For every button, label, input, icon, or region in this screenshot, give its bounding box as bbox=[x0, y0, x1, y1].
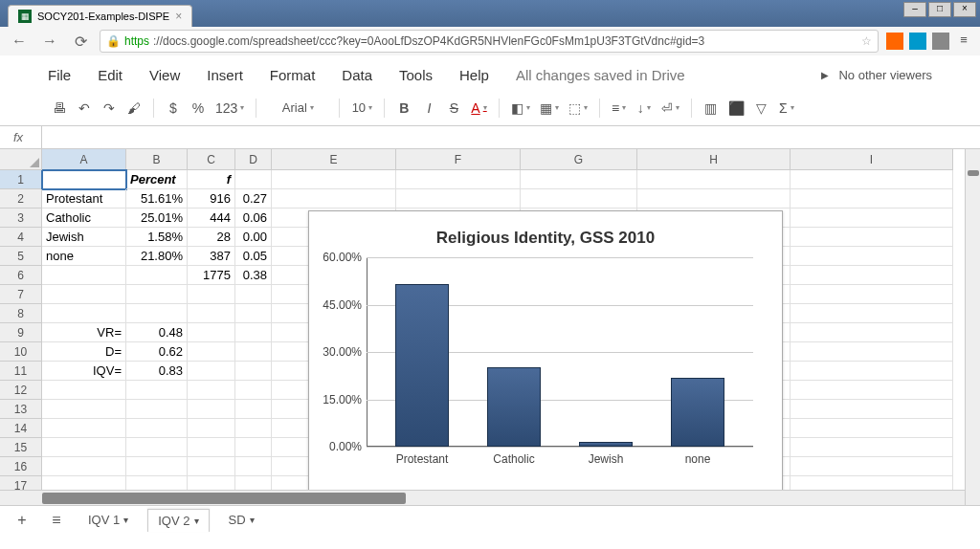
row-header-15[interactable]: 15 bbox=[0, 438, 42, 457]
cell-E1[interactable] bbox=[272, 170, 396, 189]
cell-C7[interactable] bbox=[188, 285, 235, 304]
cell-A12[interactable] bbox=[42, 381, 126, 400]
paint-format-button[interactable]: 🖌 bbox=[122, 97, 145, 120]
reload-button[interactable]: ⟳ bbox=[69, 30, 92, 53]
cell-C14[interactable] bbox=[188, 419, 235, 438]
cell-H2[interactable] bbox=[637, 189, 791, 209]
cell-G2[interactable] bbox=[521, 189, 637, 209]
cell-D12[interactable] bbox=[235, 381, 272, 400]
percent-button[interactable]: % bbox=[187, 97, 210, 120]
close-tab-icon[interactable]: × bbox=[175, 10, 182, 23]
cell-I5[interactable] bbox=[791, 247, 953, 266]
menu-edit[interactable]: Edit bbox=[98, 67, 122, 83]
cell-C16[interactable] bbox=[188, 457, 235, 476]
cell-A1[interactable] bbox=[42, 170, 126, 189]
cell-D1[interactable] bbox=[235, 170, 272, 189]
cell-I7[interactable] bbox=[791, 285, 953, 304]
cell-I12[interactable] bbox=[791, 381, 953, 400]
fill-color-button[interactable]: ◧ bbox=[507, 97, 534, 120]
cell-D15[interactable] bbox=[235, 438, 272, 457]
cell-I10[interactable] bbox=[791, 342, 953, 362]
cell-A8[interactable] bbox=[42, 304, 126, 323]
cell-C3[interactable]: 444 bbox=[188, 209, 235, 228]
menu-view[interactable]: View bbox=[149, 67, 180, 83]
wrap-button[interactable]: ⏎ bbox=[657, 97, 683, 120]
cell-D14[interactable] bbox=[235, 419, 272, 438]
cell-G1[interactable] bbox=[521, 170, 637, 189]
row-header-13[interactable]: 13 bbox=[0, 400, 42, 419]
bookmark-star-icon[interactable]: ☆ bbox=[861, 34, 872, 48]
cell-I16[interactable] bbox=[791, 457, 953, 476]
back-button[interactable]: ← bbox=[8, 30, 31, 53]
cell-D13[interactable] bbox=[235, 400, 272, 419]
cell-B14[interactable] bbox=[126, 419, 188, 438]
row-header-3[interactable]: 3 bbox=[0, 209, 42, 228]
cell-B12[interactable] bbox=[126, 381, 188, 400]
cell-B15[interactable] bbox=[126, 438, 188, 457]
cell-C4[interactable]: 28 bbox=[188, 228, 235, 247]
maximize-button[interactable]: □ bbox=[928, 2, 951, 17]
col-header-G[interactable]: G bbox=[521, 149, 637, 170]
print-button[interactable]: 🖶 bbox=[48, 97, 71, 120]
cell-A11[interactable]: IQV= bbox=[42, 362, 126, 381]
cell-A5[interactable]: none bbox=[42, 247, 126, 266]
cell-C8[interactable] bbox=[188, 304, 235, 323]
cell-D6[interactable]: 0.38 bbox=[235, 266, 272, 285]
col-header-A[interactable]: A bbox=[42, 149, 126, 170]
row-header-12[interactable]: 12 bbox=[0, 381, 42, 400]
h-align-button[interactable]: ≡ bbox=[608, 97, 631, 120]
url-input[interactable]: 🔒 https://docs.google.com/spreadsheet/cc… bbox=[100, 30, 879, 53]
cell-A16[interactable] bbox=[42, 457, 126, 476]
text-color-button[interactable]: A bbox=[467, 97, 490, 120]
col-header-B[interactable]: B bbox=[126, 149, 188, 170]
sheet-tab-iqv2[interactable]: IQV 2 ▾ bbox=[147, 509, 209, 532]
menu-help[interactable]: Help bbox=[459, 67, 489, 83]
menu-tools[interactable]: Tools bbox=[399, 67, 433, 83]
row-header-6[interactable]: 6 bbox=[0, 266, 42, 285]
strike-button[interactable]: S bbox=[442, 97, 465, 120]
row-header-16[interactable]: 16 bbox=[0, 457, 42, 476]
col-header-E[interactable]: E bbox=[272, 149, 396, 170]
cell-B11[interactable]: 0.83 bbox=[126, 362, 188, 381]
cell-A9[interactable]: VR= bbox=[42, 323, 126, 342]
vertical-scrollbar[interactable] bbox=[965, 149, 980, 505]
cell-D16[interactable] bbox=[235, 457, 272, 476]
redo-button[interactable]: ↷ bbox=[98, 97, 121, 120]
cell-A15[interactable] bbox=[42, 438, 126, 457]
menu-insert[interactable]: Insert bbox=[207, 67, 243, 83]
cell-F1[interactable] bbox=[396, 170, 521, 189]
font-select[interactable]: Arial bbox=[264, 97, 331, 120]
cell-B8[interactable] bbox=[126, 304, 188, 323]
cell-C11[interactable] bbox=[188, 362, 235, 381]
cell-I2[interactable] bbox=[791, 189, 953, 209]
cell-I4[interactable] bbox=[791, 228, 953, 247]
cell-I13[interactable] bbox=[791, 400, 953, 419]
row-header-7[interactable]: 7 bbox=[0, 285, 42, 304]
borders-button[interactable]: ▦ bbox=[536, 97, 563, 120]
cell-I1[interactable] bbox=[791, 170, 953, 189]
menu-format[interactable]: Format bbox=[270, 67, 316, 83]
embedded-chart[interactable]: Religious Identity, GSS 2010 0.00%15.00%… bbox=[308, 210, 783, 499]
cell-D3[interactable]: 0.06 bbox=[235, 209, 272, 228]
filter-button[interactable]: ▽ bbox=[750, 97, 773, 120]
cell-C5[interactable]: 387 bbox=[188, 247, 235, 266]
cell-B9[interactable]: 0.48 bbox=[126, 323, 188, 342]
currency-button[interactable]: $ bbox=[162, 97, 185, 120]
sheet-tab-iqv1[interactable]: IQV 1 ▾ bbox=[78, 509, 138, 531]
cell-B7[interactable] bbox=[126, 285, 188, 304]
font-size-select[interactable]: 10 bbox=[347, 97, 376, 120]
row-header-2[interactable]: 2 bbox=[0, 189, 42, 209]
cell-A7[interactable] bbox=[42, 285, 126, 304]
forward-button[interactable]: → bbox=[38, 30, 61, 53]
v-scroll-thumb[interactable] bbox=[968, 170, 979, 176]
cell-C9[interactable] bbox=[188, 323, 235, 342]
cell-D2[interactable]: 0.27 bbox=[235, 189, 272, 209]
cell-H1[interactable] bbox=[637, 170, 791, 189]
cell-C2[interactable]: 916 bbox=[188, 189, 235, 209]
menu-data[interactable]: Data bbox=[342, 67, 372, 83]
cell-A6[interactable] bbox=[42, 266, 126, 285]
cell-A3[interactable]: Catholic bbox=[42, 209, 126, 228]
number-format-button[interactable]: 123 bbox=[212, 97, 248, 120]
insert-chart2-button[interactable]: ⬛ bbox=[724, 97, 748, 120]
cell-D9[interactable] bbox=[235, 323, 272, 342]
